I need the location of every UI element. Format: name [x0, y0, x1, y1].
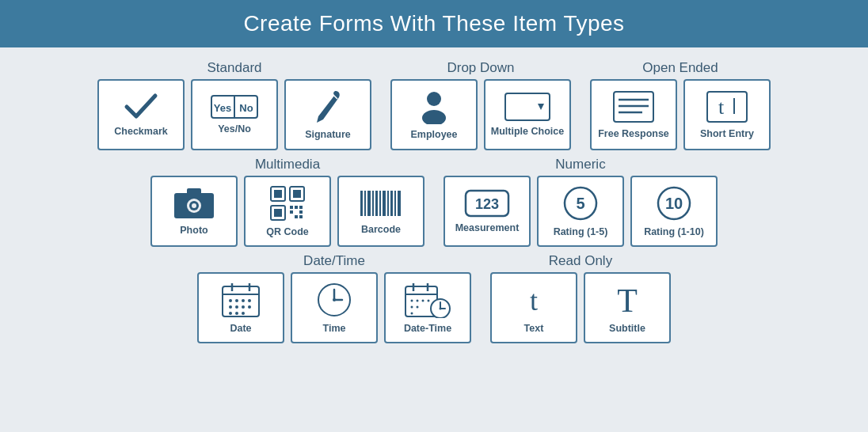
svg-rect-29: [290, 210, 293, 214]
svg-point-83: [440, 307, 442, 309]
qr-code-icon: [269, 185, 306, 222]
numeric-label: Numeric: [555, 157, 605, 172]
svg-rect-25: [274, 209, 282, 217]
svg-point-74: [417, 299, 419, 301]
signature-item[interactable]: Signature: [284, 79, 371, 150]
svg-point-68: [333, 298, 336, 301]
checkmark-icon: [124, 93, 158, 121]
text-item[interactable]: t Text: [490, 272, 577, 343]
svg-rect-21: [274, 190, 282, 198]
svg-text:No: No: [239, 102, 253, 114]
svg-rect-23: [293, 190, 301, 198]
numeric-group: Numeric 123 Measurement: [444, 157, 718, 247]
measurement-icon: 123: [464, 189, 510, 218]
dropdown-group: Drop Down Employee: [390, 60, 571, 150]
svg-rect-36: [372, 191, 374, 216]
svg-point-55: [235, 299, 238, 302]
read-only-group: Read Only t Text T: [490, 253, 671, 343]
date-icon: [221, 282, 261, 318]
svg-text:10: 10: [665, 195, 683, 212]
svg-text:t: t: [530, 285, 538, 316]
short-entry-item[interactable]: t Short Entry: [683, 79, 771, 150]
svg-marker-7: [538, 104, 544, 110]
employee-item[interactable]: Employee: [390, 79, 478, 150]
svg-rect-28: [299, 206, 303, 209]
svg-point-59: [235, 305, 238, 309]
rating-1-5-item[interactable]: 5 Rating (1-5): [537, 176, 624, 247]
yes-no-item[interactable]: Yes No Yes/No: [191, 79, 278, 150]
rating-1-10-label: Rating (1-10): [644, 226, 704, 238]
subtitle-label: Subtitle: [609, 323, 645, 335]
employee-label: Employee: [410, 129, 457, 141]
free-response-icon: [612, 90, 655, 123]
svg-point-60: [242, 305, 245, 309]
page-title: Create Forms With These Item Types: [243, 11, 624, 36]
time-icon: [316, 282, 352, 318]
svg-point-79: [411, 312, 413, 314]
dropdown-label: Drop Down: [447, 60, 514, 76]
multiple-choice-item[interactable]: Multiple Choice: [484, 79, 571, 150]
rating-1-10-item[interactable]: 10 Rating (1-10): [630, 176, 718, 247]
signature-icon: [314, 89, 342, 124]
svg-point-58: [229, 305, 232, 309]
yes-no-label: Yes/No: [218, 123, 251, 135]
date-time-item[interactable]: Date-Time: [384, 272, 471, 343]
svg-point-64: [242, 312, 245, 315]
svg-rect-31: [295, 215, 298, 218]
rating-1-5-icon: 5: [562, 185, 599, 222]
open-ended-label: Open Ended: [642, 60, 718, 76]
yes-no-icon: Yes No: [211, 95, 258, 119]
svg-point-73: [411, 299, 413, 301]
svg-rect-39: [383, 191, 386, 216]
svg-rect-32: [299, 215, 303, 218]
multimedia-group: Multimedia Photo: [150, 157, 424, 247]
date-time-icon: [404, 282, 451, 318]
checkmark-label: Checkmark: [114, 126, 167, 138]
svg-rect-40: [387, 191, 389, 216]
standard-group: Standard Checkmark: [97, 60, 371, 150]
photo-item[interactable]: Photo: [150, 176, 238, 247]
svg-rect-30: [299, 210, 303, 214]
svg-point-5: [422, 110, 446, 124]
open-ended-group: Open Ended Free Response: [590, 60, 771, 150]
svg-rect-26: [290, 206, 293, 209]
svg-point-77: [411, 305, 413, 308]
standard-label: Standard: [207, 60, 262, 76]
svg-rect-43: [398, 191, 401, 216]
measurement-item[interactable]: 123 Measurement: [444, 176, 531, 247]
svg-point-56: [242, 299, 245, 302]
free-response-item[interactable]: Free Response: [590, 79, 677, 150]
multiple-choice-label: Multiple Choice: [491, 126, 564, 138]
multiple-choice-icon: [504, 93, 550, 121]
barcode-item[interactable]: Barcode: [337, 176, 424, 247]
svg-point-75: [422, 299, 424, 301]
subtitle-item[interactable]: T Subtitle: [584, 272, 671, 343]
svg-rect-38: [379, 191, 381, 216]
svg-point-54: [229, 299, 232, 302]
employee-icon: [420, 89, 448, 124]
date-time-label: Date-Time: [404, 323, 451, 335]
date-item[interactable]: Date: [197, 272, 284, 343]
time-item[interactable]: Time: [291, 272, 378, 343]
read-only-label: Read Only: [549, 253, 612, 269]
qr-code-item[interactable]: QR Code: [244, 176, 331, 247]
svg-text:Yes: Yes: [214, 102, 231, 114]
svg-point-76: [428, 299, 430, 301]
barcode-label: Barcode: [361, 224, 401, 236]
svg-point-78: [417, 305, 419, 308]
checkmark-item[interactable]: Checkmark: [97, 79, 185, 150]
date-label: Date: [230, 323, 251, 335]
datetime-label: Date/Time: [303, 253, 365, 269]
time-label: Time: [323, 323, 346, 335]
svg-rect-35: [367, 191, 371, 216]
svg-rect-34: [364, 191, 366, 216]
svg-point-61: [248, 305, 251, 309]
svg-rect-33: [360, 191, 363, 216]
svg-point-4: [427, 92, 441, 106]
svg-point-63: [235, 312, 238, 315]
svg-text:123: 123: [475, 196, 499, 212]
svg-point-19: [192, 203, 196, 208]
svg-rect-50: [223, 286, 259, 316]
text-icon: t: [516, 282, 552, 318]
svg-rect-6: [505, 93, 550, 120]
